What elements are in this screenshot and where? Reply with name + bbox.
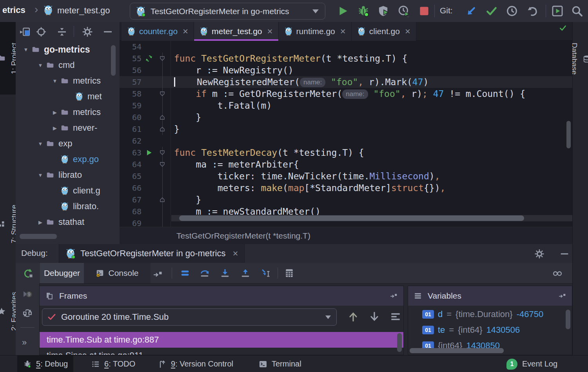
frame-row[interactable]: time.Time.Sub at time.go:887 bbox=[40, 332, 403, 348]
rerun-gutter-icon[interactable] bbox=[145, 55, 153, 62]
inspections-ok-icon[interactable] bbox=[559, 24, 567, 32]
fold-marker-icon[interactable] bbox=[160, 126, 165, 132]
variable-row[interactable]: 01te={int64}1430506 bbox=[408, 322, 572, 338]
code-line-56[interactable]: 56 r := NewRegistry() bbox=[120, 64, 572, 76]
line-number[interactable]: 67 bbox=[120, 194, 142, 206]
line-number[interactable]: 66 bbox=[120, 182, 142, 194]
debug-settings-gear-icon[interactable] bbox=[534, 248, 545, 259]
fold-gutter[interactable] bbox=[156, 123, 168, 135]
debug-tab-console[interactable]: Console bbox=[84, 263, 151, 283]
tree-item-cmd[interactable]: ▼cmd bbox=[16, 57, 120, 73]
tree-item-exp-go[interactable]: exp.go bbox=[16, 151, 120, 167]
fold-gutter[interactable] bbox=[156, 111, 168, 123]
tab-close-icon[interactable]: × bbox=[340, 27, 346, 36]
code-line-59[interactable]: 59 t.Fatal(m) bbox=[120, 100, 572, 111]
editor-horizontal-scrollbar-thumb[interactable] bbox=[179, 215, 524, 221]
tab-close-icon[interactable]: × bbox=[267, 27, 273, 36]
line-number[interactable]: 55 bbox=[120, 53, 142, 64]
rerun-button[interactable] bbox=[23, 268, 34, 279]
toolwindow-button-2-favorites[interactable]: 2: Favorites bbox=[0, 271, 16, 352]
editor-horizontal-scrollbar-track[interactable] bbox=[171, 215, 572, 221]
search-everywhere-button[interactable] bbox=[570, 4, 584, 18]
evaluate-expression-button[interactable] bbox=[284, 268, 295, 279]
editor-tab-meter_test-go[interactable]: meter_test.go× bbox=[194, 22, 278, 41]
stop-button[interactable] bbox=[417, 4, 431, 18]
code-line-54[interactable]: 54 bbox=[120, 41, 572, 53]
run-anything-button[interactable] bbox=[551, 4, 564, 18]
variable-row[interactable]: 01d={time.Duration}-46750 bbox=[408, 306, 572, 322]
toolwindow-button-1-project[interactable]: 1: Project bbox=[0, 22, 16, 95]
tree-chevron-icon[interactable]: ▶ bbox=[35, 219, 46, 225]
fold-gutter[interactable] bbox=[156, 147, 168, 159]
code-line-55[interactable]: 55func TestGetOrRegisterMeter(t *testing… bbox=[120, 53, 572, 64]
line-number[interactable]: 58 bbox=[120, 88, 142, 100]
run-with-coverage-button[interactable] bbox=[377, 4, 390, 18]
hide-debug-panel-button[interactable] bbox=[559, 248, 570, 259]
line-number[interactable]: 54 bbox=[120, 41, 142, 53]
debug-button[interactable] bbox=[357, 4, 370, 18]
line-number[interactable]: 68 bbox=[120, 206, 142, 217]
variables-vertical-scrollbar[interactable] bbox=[566, 310, 570, 329]
tab-close-icon[interactable]: × bbox=[183, 27, 188, 36]
resume-program-button[interactable]: 9 bbox=[22, 289, 33, 300]
fold-gutter[interactable] bbox=[156, 53, 168, 64]
debug-session-tab[interactable]: TestGetOrRegisterMeter in go-metrics × bbox=[59, 244, 245, 263]
next-frame-button[interactable] bbox=[368, 310, 381, 323]
tree-chevron-icon[interactable]: ▶ bbox=[49, 109, 60, 115]
variables-horizontal-scrollbar[interactable] bbox=[410, 348, 504, 353]
editor-tab-runtime-go[interactable]: runtime.go× bbox=[279, 22, 352, 41]
debug-tab-debugger[interactable]: Debugger bbox=[40, 263, 84, 283]
code-line-63[interactable]: 63func TestMeterDecay(t *testing.T) { bbox=[120, 147, 572, 159]
run-gutter-icon[interactable] bbox=[145, 149, 153, 157]
fold-gutter[interactable] bbox=[156, 159, 168, 170]
run-test-gutter-icon[interactable] bbox=[142, 147, 156, 159]
tree-chevron-icon[interactable]: ▶ bbox=[49, 125, 60, 131]
tree-item-metrics[interactable]: ▶metrics bbox=[16, 104, 120, 120]
fold-marker-icon[interactable] bbox=[160, 56, 165, 61]
glasses-icon[interactable] bbox=[552, 268, 563, 279]
fold-marker-icon[interactable] bbox=[160, 91, 165, 97]
tree-item-client-g[interactable]: client.g bbox=[16, 183, 120, 199]
float-icon[interactable] bbox=[558, 292, 566, 300]
code-line-62[interactable]: 62 bbox=[120, 135, 572, 147]
code-line-65[interactable]: 65 ticker: time.NewTicker(time.Milliseco… bbox=[120, 170, 572, 182]
line-number[interactable]: 61 bbox=[120, 123, 142, 135]
toolwindow-button-database[interactable]: Database bbox=[573, 24, 588, 93]
code-line-58[interactable]: 58 if m := GetOrRegisterMeter(name: "foo… bbox=[120, 88, 572, 100]
fold-marker-icon[interactable] bbox=[160, 197, 165, 202]
more-options-chevrons[interactable]: » bbox=[22, 337, 26, 348]
code-line-61[interactable]: 61} bbox=[120, 123, 572, 135]
tree-chevron-icon[interactable]: ▼ bbox=[35, 62, 46, 68]
tree-item-exp[interactable]: ▼exp bbox=[16, 136, 120, 151]
show-execution-point-button[interactable] bbox=[180, 268, 191, 279]
line-number[interactable]: 62 bbox=[120, 135, 142, 147]
fold-marker-icon[interactable] bbox=[160, 115, 165, 120]
project-horizontal-scrollbar[interactable] bbox=[20, 234, 57, 239]
tree-item-go-metrics[interactable]: ▼go-metrics bbox=[16, 42, 120, 57]
locate-button[interactable] bbox=[35, 26, 47, 38]
frames-vertical-scrollbar[interactable] bbox=[397, 333, 402, 352]
tree-item-met[interactable]: met bbox=[16, 89, 120, 104]
project-settings-gear-icon[interactable] bbox=[82, 26, 93, 38]
statusbar-item-6-todo[interactable]: 6: TODO bbox=[85, 356, 141, 372]
editor-vertical-scrollbar[interactable] bbox=[566, 121, 571, 148]
git-update-button[interactable] bbox=[465, 4, 478, 18]
select-opened-file-button[interactable] bbox=[19, 26, 31, 38]
tree-chevron-icon[interactable]: ▼ bbox=[49, 78, 60, 84]
breadcrumb-file[interactable]: meter_test.go bbox=[57, 5, 110, 16]
project-vertical-scrollbar[interactable] bbox=[111, 45, 116, 76]
toolwindow-button-7-structure[interactable]: 7: Structure bbox=[0, 187, 16, 261]
statusbar-item-5-debug[interactable]: 5: Debug bbox=[17, 356, 73, 372]
git-commit-button[interactable] bbox=[485, 4, 498, 18]
fold-marker-icon[interactable] bbox=[160, 150, 165, 155]
tree-item-metrics[interactable]: ▼metrics bbox=[16, 73, 120, 89]
line-number[interactable]: 63 bbox=[120, 147, 142, 159]
collapse-all-button[interactable] bbox=[56, 26, 68, 38]
tree-item-never-[interactable]: ▶never- bbox=[16, 120, 120, 136]
code-line-67[interactable]: 67 } bbox=[120, 194, 572, 206]
line-number[interactable]: 64 bbox=[120, 159, 142, 170]
fold-marker-icon[interactable] bbox=[160, 162, 165, 167]
git-rollback-button[interactable] bbox=[526, 4, 539, 18]
rerun-test-gutter-icon[interactable] bbox=[142, 53, 156, 64]
goroutine-select[interactable]: Goroutine 20 time.Time.Sub bbox=[42, 308, 337, 326]
